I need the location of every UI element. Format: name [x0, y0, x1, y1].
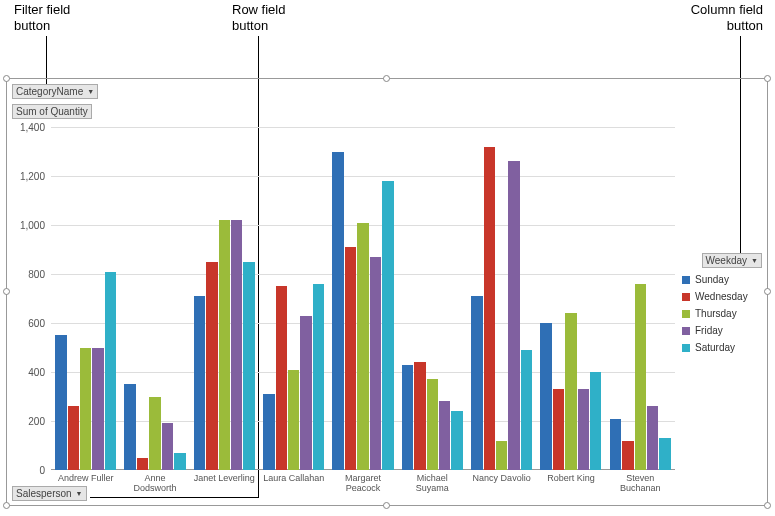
callout-line [46, 36, 47, 84]
bar[interactable] [332, 152, 343, 470]
bar[interactable] [137, 458, 148, 470]
y-axis: 02004006008001,0001,2001,400 [19, 127, 49, 470]
bar[interactable] [565, 313, 576, 470]
bar[interactable] [414, 362, 425, 470]
button-label: Sum of Quantity [16, 106, 88, 117]
bar[interactable] [243, 262, 254, 470]
button-label: Salesperson [16, 488, 72, 499]
legend-label: Wednesday [695, 291, 748, 302]
legend-label: Sunday [695, 274, 729, 285]
category-label: AnneDodsworth [120, 470, 189, 494]
bar[interactable] [647, 406, 658, 470]
bar[interactable] [590, 372, 601, 470]
bar[interactable] [521, 350, 532, 470]
resize-handle[interactable] [383, 502, 390, 509]
y-tick-label: 400 [28, 367, 45, 378]
bar[interactable] [508, 161, 519, 470]
resize-handle[interactable] [3, 502, 10, 509]
value-field-button[interactable]: Sum of Quantity [12, 104, 92, 119]
bar-cluster [55, 127, 116, 470]
bar[interactable] [149, 397, 160, 471]
legend-swatch [682, 310, 690, 318]
legend-swatch [682, 344, 690, 352]
legend-item[interactable]: Wednesday [682, 291, 762, 302]
bar[interactable] [92, 348, 103, 471]
resize-handle[interactable] [764, 288, 771, 295]
row-field-button[interactable]: Salesperson ▼ [12, 486, 87, 501]
pivot-chart[interactable]: CategoryName ▼ Sum of Quantity Salespers… [6, 78, 768, 506]
button-label: Weekday [706, 255, 748, 266]
bar[interactable] [484, 147, 495, 470]
legend-item[interactable]: Sunday [682, 274, 762, 285]
category-label: Robert King [536, 470, 605, 484]
category-group: StevenBuchanan [606, 127, 675, 470]
bar[interactable] [219, 220, 230, 470]
category-label: MargaretPeacock [328, 470, 397, 494]
bar[interactable] [382, 181, 393, 470]
bar[interactable] [610, 419, 621, 470]
bar-cluster [124, 127, 185, 470]
resize-handle[interactable] [3, 75, 10, 82]
bar-cluster [332, 127, 393, 470]
chevron-down-icon: ▼ [76, 490, 83, 497]
resize-handle[interactable] [764, 502, 771, 509]
legend-item[interactable]: Saturday [682, 342, 762, 353]
category-group: Nancy Davolio [467, 127, 536, 470]
bar[interactable] [313, 284, 324, 470]
bar[interactable] [345, 247, 356, 470]
bar[interactable] [162, 423, 173, 470]
resize-handle[interactable] [383, 75, 390, 82]
bar[interactable] [300, 316, 311, 470]
bar[interactable] [80, 348, 91, 471]
bar[interactable] [68, 406, 79, 470]
bar-cluster [610, 127, 671, 470]
bar[interactable] [194, 296, 205, 470]
y-tick-label: 1,200 [20, 171, 45, 182]
column-field-button[interactable]: Weekday ▼ [702, 253, 762, 268]
category-label: StevenBuchanan [606, 470, 675, 494]
bar[interactable] [370, 257, 381, 470]
bar[interactable] [276, 286, 287, 470]
bar[interactable] [496, 441, 507, 470]
resize-handle[interactable] [3, 288, 10, 295]
bar[interactable] [471, 296, 482, 470]
bar[interactable] [206, 262, 217, 470]
y-tick-label: 1,000 [20, 220, 45, 231]
y-tick-label: 1,400 [20, 122, 45, 133]
bar[interactable] [402, 365, 413, 470]
legend-label: Friday [695, 325, 723, 336]
y-tick-label: 800 [28, 269, 45, 280]
bar[interactable] [622, 441, 633, 470]
bar[interactable] [659, 438, 670, 470]
legend-item[interactable]: Thursday [682, 308, 762, 319]
callout-text: Column field [691, 2, 763, 17]
bar-cluster [471, 127, 532, 470]
bar[interactable] [451, 411, 462, 470]
resize-handle[interactable] [764, 75, 771, 82]
button-label: CategoryName [16, 86, 83, 97]
callout-filter: Filter field button [14, 2, 70, 33]
bar[interactable] [55, 335, 66, 470]
bar[interactable] [357, 223, 368, 470]
callout-text: button [727, 18, 763, 33]
bar[interactable] [578, 389, 589, 470]
bar[interactable] [231, 220, 242, 470]
bar[interactable] [105, 272, 116, 470]
bar[interactable] [288, 370, 299, 470]
bar-cluster [194, 127, 255, 470]
bar[interactable] [439, 401, 450, 470]
bar-cluster [402, 127, 463, 470]
bar[interactable] [635, 284, 646, 470]
filter-field-button[interactable]: CategoryName ▼ [12, 84, 98, 99]
legend-item[interactable]: Friday [682, 325, 762, 336]
bar[interactable] [124, 384, 135, 470]
bar[interactable] [427, 379, 438, 470]
y-tick-label: 600 [28, 318, 45, 329]
callout-column: Column field button [691, 2, 763, 33]
bar[interactable] [174, 453, 185, 470]
bar[interactable] [540, 323, 551, 470]
bar[interactable] [553, 389, 564, 470]
category-group: MargaretPeacock [328, 127, 397, 470]
bar[interactable] [263, 394, 274, 470]
chevron-down-icon: ▼ [751, 257, 758, 264]
